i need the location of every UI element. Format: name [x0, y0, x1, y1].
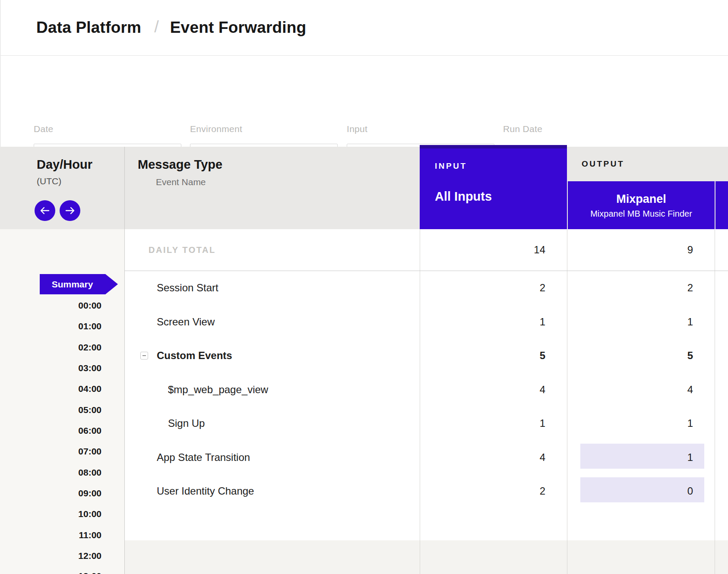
output-column-partial — [715, 181, 728, 229]
table-row: $mp_web_page_view 4 4 — [124, 372, 728, 407]
input-column-header: INPUT All Inputs — [420, 145, 567, 229]
hour-label[interactable]: 12:00 — [26, 550, 101, 561]
table-row: Screen View 1 1 — [124, 305, 728, 339]
hour-label[interactable]: 01:00 — [26, 321, 101, 332]
hour-label[interactable]: 08:00 — [26, 467, 101, 478]
event-name-subtitle: Event Name — [156, 177, 206, 187]
hour-label[interactable]: 02:00 — [26, 342, 101, 353]
input-filter-label: Input — [347, 124, 367, 134]
date-filter-label: Date — [34, 124, 54, 134]
arrow-right-icon — [65, 207, 75, 214]
arrow-left-icon — [40, 207, 50, 214]
input-cell-value: 1 — [420, 417, 545, 429]
daily-total-label: DAILY TOTAL — [149, 245, 216, 255]
prev-day-button[interactable] — [35, 200, 55, 221]
output-cell-value: 1 — [568, 316, 693, 328]
table-footer-area — [124, 540, 728, 574]
message-type-title: Message Type — [138, 158, 222, 172]
hour-label[interactable]: 03:00 — [26, 363, 101, 374]
event-forwarding-screen: Data Platform / Event Forwarding Date En… — [0, 0, 728, 574]
row-label: User Identity Change — [157, 485, 254, 497]
day-hour-title: Day/Hour — [37, 158, 92, 172]
hour-label[interactable]: 13:00 — [26, 571, 101, 574]
output-cell-value: 2 — [568, 282, 693, 294]
hour-label[interactable]: 07:00 — [26, 446, 101, 457]
breadcrumb-separator: / — [154, 18, 159, 36]
run-date-label: Run Date — [503, 124, 542, 134]
table-row: App State Transition 4 1 — [124, 440, 728, 474]
input-cell-value: 5 — [420, 350, 545, 362]
output-cell-value: 1 — [568, 451, 693, 464]
input-column-top-strip — [420, 145, 567, 148]
row-label: Session Start — [157, 282, 218, 294]
daily-total-row: DAILY TOTAL 14 9 — [124, 229, 728, 271]
output-section-label: OUTPUT — [582, 159, 624, 169]
mixpanel-column-subtitle: Mixpanel MB Music Finder — [590, 209, 692, 219]
breadcrumb: Data Platform / Event Forwarding — [0, 0, 728, 56]
input-cell-value: 4 — [420, 451, 545, 464]
hour-label[interactable]: 04:00 — [26, 383, 101, 394]
table-row: Custom Events 5 5 — [124, 338, 728, 372]
hour-label[interactable]: 09:00 — [26, 488, 101, 499]
mixpanel-column-name: Mixpanel — [616, 192, 666, 206]
daily-total-input-value: 14 — [420, 244, 545, 256]
summary-label: Summary — [52, 279, 93, 290]
table-row: Sign Up 1 1 — [124, 406, 728, 440]
page-title: Event Forwarding — [170, 19, 307, 37]
environment-filter-label: Environment — [190, 124, 242, 134]
filter-bar: Date Environment Input Run Date 08/08/20… — [0, 56, 728, 147]
day-hour-subtitle: (UTC) — [37, 176, 61, 186]
input-column-name: All Inputs — [435, 189, 492, 204]
table-row: User Identity Change 2 0 — [124, 474, 728, 508]
hour-label[interactable]: 11:00 — [26, 530, 101, 541]
breadcrumb-parent[interactable]: Data Platform — [36, 19, 141, 37]
input-cell-value: 2 — [420, 282, 545, 294]
input-cell-value: 4 — [420, 384, 545, 396]
collapse-icon[interactable] — [140, 352, 148, 360]
row-label: App State Transition — [157, 451, 250, 464]
input-section-label: INPUT — [435, 161, 467, 171]
input-cell-value: 1 — [420, 316, 545, 328]
hour-label[interactable]: 05:00 — [26, 404, 101, 416]
daily-total-output-value: 9 — [568, 244, 693, 256]
table-row: Session Start 2 2 — [124, 271, 728, 305]
row-label: Custom Events — [157, 350, 232, 362]
next-day-button[interactable] — [60, 200, 80, 221]
hour-label[interactable]: 10:00 — [26, 508, 101, 520]
mixpanel-column-header: Mixpanel Mixpanel MB Music Finder — [568, 181, 715, 229]
output-cell-value: 4 — [568, 384, 693, 396]
output-cell-value: 0 — [568, 485, 693, 497]
input-cell-value: 2 — [420, 485, 545, 497]
output-cell-value: 5 — [568, 350, 693, 362]
hour-label[interactable]: 06:00 — [26, 425, 101, 436]
row-label: $mp_web_page_view — [168, 384, 268, 396]
output-cell-value: 1 — [568, 417, 693, 429]
row-label: Sign Up — [168, 417, 205, 429]
summary-badge[interactable]: Summary — [40, 274, 118, 294]
row-label: Screen View — [157, 316, 215, 328]
hour-label[interactable]: 00:00 — [26, 300, 101, 311]
